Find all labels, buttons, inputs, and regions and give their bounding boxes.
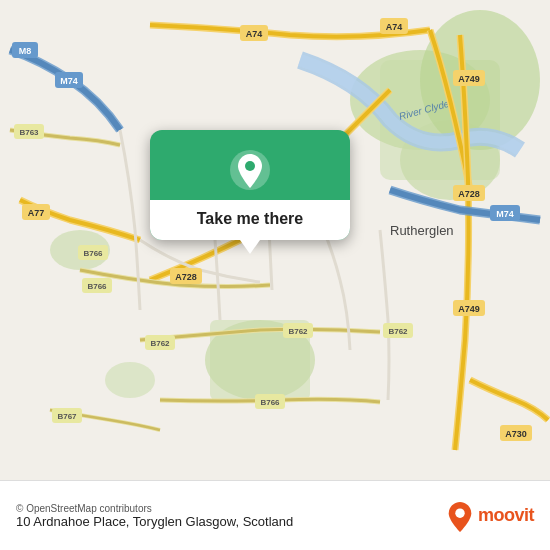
svg-text:B766: B766 [83,249,103,258]
svg-text:A728: A728 [175,272,197,282]
svg-text:A74: A74 [246,29,263,39]
svg-point-51 [455,508,464,517]
svg-text:B766: B766 [260,398,280,407]
svg-text:A749: A749 [458,304,480,314]
svg-text:M74: M74 [60,76,78,86]
bottom-bar: © OpenStreetMap contributors 10 Ardnahoe… [0,480,550,550]
map-container: River Clyde [0,0,550,480]
svg-text:B762: B762 [288,327,308,336]
svg-text:M74: M74 [496,209,514,219]
location-pin-icon [228,148,272,192]
svg-text:B763: B763 [19,128,39,137]
copyright-text: © OpenStreetMap contributors [16,503,436,514]
tooltip-label-area[interactable]: Take me there [150,200,350,240]
svg-text:B766: B766 [87,282,107,291]
svg-text:A749: A749 [458,74,480,84]
svg-text:B762: B762 [150,339,170,348]
svg-point-50 [245,161,255,171]
svg-text:Rutherglen: Rutherglen [390,223,454,238]
svg-text:A77: A77 [28,208,45,218]
svg-text:B767: B767 [57,412,77,421]
address-text: 10 Ardnahoe Place, Toryglen Glasgow, Sco… [16,514,436,529]
bottom-content: © OpenStreetMap contributors 10 Ardnahoe… [16,503,436,529]
tooltip-tail [240,240,260,254]
moovit-logo: moovit [446,500,534,532]
svg-text:A74: A74 [386,22,403,32]
svg-text:A728: A728 [458,189,480,199]
svg-text:M8: M8 [19,46,32,56]
map-tooltip[interactable]: Take me there [150,130,350,240]
svg-point-9 [105,362,155,398]
moovit-brand-text: moovit [478,505,534,526]
moovit-logo-icon [446,500,474,532]
svg-text:A730: A730 [505,429,527,439]
take-me-there-label[interactable]: Take me there [197,210,303,227]
svg-text:B762: B762 [388,327,408,336]
pin-area [228,130,272,200]
